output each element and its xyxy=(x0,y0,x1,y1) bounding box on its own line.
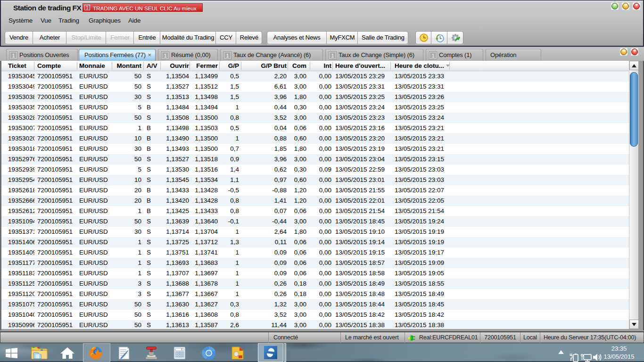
svg-text:0: 0 xyxy=(181,348,182,351)
